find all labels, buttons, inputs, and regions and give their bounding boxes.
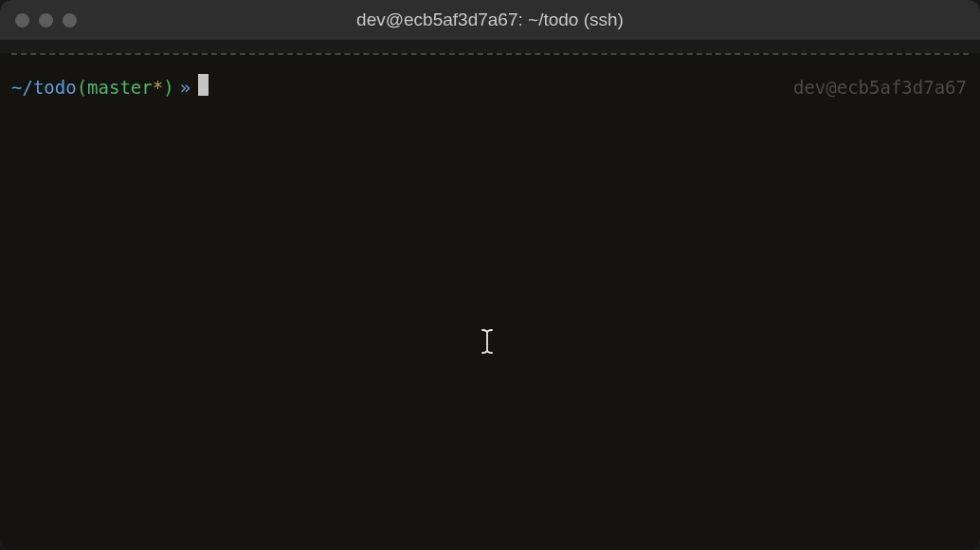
git-dirty-star: * [153,75,163,101]
text-cursor-icon [481,328,494,361]
prompt-left: ~/todo(master*) » [11,72,209,101]
maximize-window-button[interactable] [63,13,77,28]
prompt-user-host: dev@ecb5af3d7a67 [793,75,967,101]
prompt-path: ~/todo [11,75,77,101]
window-titlebar: dev@ecb5af3d7a67: ~/todo (ssh) [0,0,980,40]
paren-close: ) [163,75,173,101]
prompt-arrow: » [180,75,191,101]
terminal-body[interactable]: ~/todo(master*) » dev@ecb5af3d7a67 [0,53,980,550]
terminal-cursor [198,74,209,96]
paren-open: ( [77,75,87,101]
minimize-window-button[interactable] [39,13,53,28]
traffic-lights [15,13,77,28]
prompt-row: ~/todo(master*) » dev@ecb5af3d7a67 [0,55,980,101]
close-window-button[interactable] [15,13,29,28]
git-branch: master [87,75,153,101]
window-title: dev@ecb5af3d7a67: ~/todo (ssh) [0,9,980,30]
